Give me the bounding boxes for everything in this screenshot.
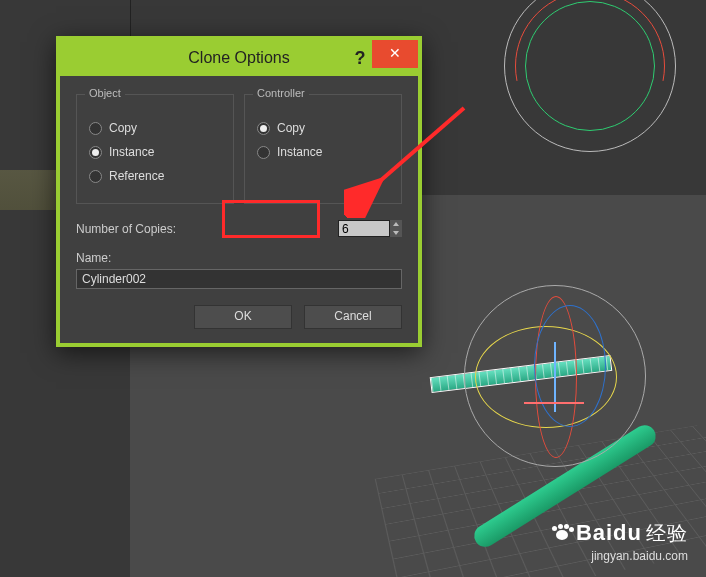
rotation-gizmo-inner	[534, 305, 606, 427]
watermark: Baidu经验 jingyan.baidu.com	[552, 520, 688, 563]
help-icon[interactable]: ?	[348, 46, 372, 70]
radio-icon	[257, 122, 270, 135]
radio-label: Copy	[109, 121, 137, 135]
radio-label: Reference	[109, 169, 164, 183]
object-reference-radio[interactable]: Reference	[89, 169, 223, 183]
name-input[interactable]	[76, 269, 402, 289]
object-instance-radio[interactable]: Instance	[89, 145, 223, 159]
name-label: Name:	[76, 251, 402, 265]
radio-icon	[89, 122, 102, 135]
controller-instance-radio[interactable]: Instance	[257, 145, 391, 159]
copies-input[interactable]	[338, 220, 390, 237]
spinner-buttons[interactable]	[390, 220, 402, 237]
controller-copy-radio[interactable]: Copy	[257, 121, 391, 135]
close-button[interactable]: ✕	[372, 40, 418, 68]
object-group-legend: Object	[85, 87, 125, 99]
copies-label: Number of Copies:	[76, 222, 176, 236]
dialog-titlebar[interactable]: Clone Options ? ✕	[60, 40, 418, 76]
controller-group-legend: Controller	[253, 87, 309, 99]
watermark-brand: Baidu经验	[552, 520, 688, 547]
watermark-brand-en: Baidu	[576, 520, 642, 545]
ok-button[interactable]: OK	[194, 305, 292, 329]
object-group: Object Copy Instance Reference	[76, 94, 234, 204]
clone-options-dialog: Clone Options ? ✕ Object Copy Instance R…	[56, 36, 422, 347]
radio-icon	[89, 170, 102, 183]
object-copy-radio[interactable]: Copy	[89, 121, 223, 135]
watermark-brand-cn: 经验	[646, 522, 688, 544]
dialog-body: Object Copy Instance Reference Controlle…	[60, 76, 418, 343]
radio-label: Instance	[277, 145, 322, 159]
radio-label: Instance	[109, 145, 154, 159]
radio-icon	[89, 146, 102, 159]
dialog-title: Clone Options	[188, 49, 289, 67]
controller-group: Controller Copy Instance	[244, 94, 402, 204]
watermark-url: jingyan.baidu.com	[552, 549, 688, 563]
radio-icon	[257, 146, 270, 159]
copies-row: Number of Copies:	[76, 220, 402, 237]
copies-spinner[interactable]	[338, 220, 402, 237]
rotation-gizmo-top	[504, 0, 676, 152]
radio-label: Copy	[277, 121, 305, 135]
rotation-gizmo-axis	[554, 342, 556, 412]
cancel-button[interactable]: Cancel	[304, 305, 402, 329]
paw-icon	[552, 524, 574, 542]
